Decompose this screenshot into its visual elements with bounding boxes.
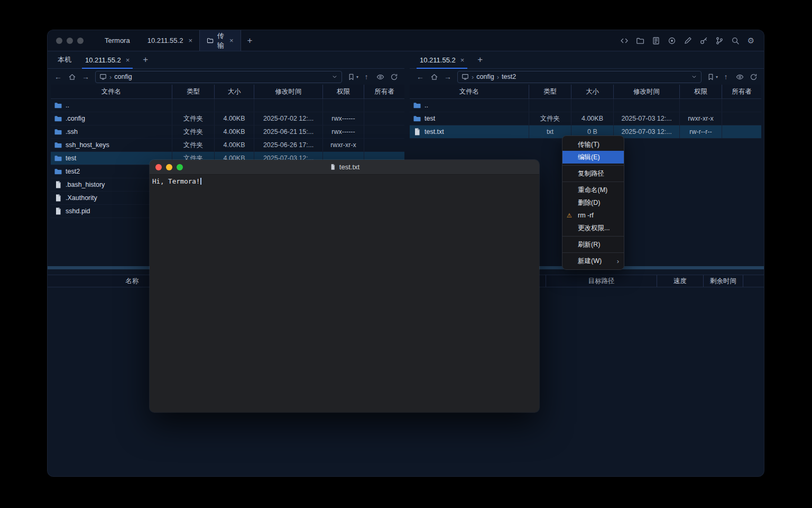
menu-separator xyxy=(562,165,624,166)
edit-icon[interactable] xyxy=(681,34,694,47)
up-directory-icon[interactable]: ↑ xyxy=(719,70,732,83)
transfer-column-header-2[interactable]: 目标路径 xyxy=(546,275,657,287)
transfer-column-header-5[interactable] xyxy=(743,275,764,287)
transfer-column-header-3[interactable]: 速度 xyxy=(657,275,703,287)
column-header-4[interactable]: 权限 xyxy=(679,85,722,98)
menu-item-label: 复制路径 xyxy=(578,169,604,178)
record-icon[interactable] xyxy=(665,34,678,47)
tab-home[interactable]: Termora xyxy=(94,30,137,51)
column-header-5[interactable]: 所有者 xyxy=(722,85,761,98)
menu-item[interactable]: 删除(D) xyxy=(562,196,624,209)
file-perm-cell: rwx------ xyxy=(322,125,364,138)
key-icon[interactable] xyxy=(697,34,710,47)
tab-remote-host[interactable]: 10.211.55.2 × xyxy=(413,51,471,68)
new-pane-tab-button[interactable]: + xyxy=(471,51,489,68)
right-table-header: 文件名类型大小修改时间权限所有者 xyxy=(410,85,761,99)
maximize-window-button[interactable] xyxy=(77,38,84,44)
log-icon[interactable] xyxy=(649,34,662,47)
column-header-1[interactable]: 类型 xyxy=(529,85,571,98)
bookmark-dropdown-icon[interactable]: ▾ xyxy=(356,75,358,79)
close-icon[interactable]: × xyxy=(126,57,130,64)
back-icon[interactable]: ← xyxy=(414,70,427,83)
close-icon[interactable]: × xyxy=(229,37,234,44)
menu-item[interactable]: 复制路径 xyxy=(562,167,624,180)
menu-item[interactable]: 刷新(R) xyxy=(562,238,624,251)
file-row[interactable]: .config文件夹4.00KB2025-07-02 12:...rwx----… xyxy=(51,112,404,125)
close-window-button[interactable] xyxy=(56,38,62,44)
folder-icon[interactable] xyxy=(633,34,647,47)
file-name-cell: test xyxy=(410,112,529,125)
menu-item-label: 新建(W) xyxy=(578,257,602,266)
file-name-cell: .config xyxy=(51,112,172,125)
transfer-column-header-4[interactable]: 剩余时间 xyxy=(703,275,743,287)
document-icon xyxy=(329,164,336,170)
tab-host-10-211-55-2[interactable]: 10.211.55.2 × xyxy=(137,30,199,51)
left-breadcrumb[interactable]: ›config xyxy=(95,71,342,83)
column-header-3[interactable]: 修改时间 xyxy=(254,85,322,98)
show-hidden-eye-icon[interactable] xyxy=(733,70,746,83)
refresh-icon[interactable] xyxy=(747,70,760,83)
tab-remote-host[interactable]: 10.211.55.2 × xyxy=(78,51,136,68)
settings-icon[interactable]: ⚙ xyxy=(744,34,758,47)
home-icon[interactable] xyxy=(428,70,440,83)
menu-item-label: 编辑(E) xyxy=(578,153,600,162)
chevron-down-icon[interactable] xyxy=(691,74,697,80)
column-header-0[interactable]: 文件名 xyxy=(410,85,529,98)
breadcrumb-item[interactable]: test2 xyxy=(502,73,516,80)
menu-separator xyxy=(562,252,624,253)
chevron-down-icon[interactable] xyxy=(331,74,338,80)
file-row[interactable]: .ssh文件夹4.00KB2025-06-21 15:...rwx------ xyxy=(51,125,404,139)
code-icon[interactable] xyxy=(617,34,631,47)
new-pane-tab-button[interactable]: + xyxy=(136,51,154,68)
show-hidden-eye-icon[interactable] xyxy=(374,70,386,83)
back-icon[interactable]: ← xyxy=(52,70,64,83)
breadcrumb-path: ›config›test2 xyxy=(472,73,516,81)
editor-titlebar[interactable]: test.txt xyxy=(150,160,539,175)
new-tab-button[interactable]: + xyxy=(241,30,259,51)
minimize-window-button[interactable] xyxy=(67,38,73,44)
breadcrumb-item[interactable]: config xyxy=(114,73,132,80)
column-header-4[interactable]: 权限 xyxy=(322,85,364,98)
file-size-cell: 4.00KB xyxy=(214,125,254,138)
up-directory-icon[interactable]: ↑ xyxy=(360,70,373,83)
search-icon[interactable] xyxy=(728,34,742,47)
folder-icon xyxy=(54,101,62,110)
right-breadcrumb[interactable]: ›config›test2 xyxy=(457,71,702,83)
breadcrumb-item[interactable]: config xyxy=(476,73,494,80)
file-name: .. xyxy=(425,102,428,109)
tab-local[interactable]: 本机 xyxy=(51,51,78,68)
column-header-3[interactable]: 修改时间 xyxy=(613,85,679,98)
forward-icon[interactable]: → xyxy=(441,70,454,83)
titlebar[interactable]: Termora 10.211.55.2 × 传输 × + ⚙ xyxy=(48,30,764,51)
forward-icon[interactable]: → xyxy=(79,70,92,83)
column-header-5[interactable]: 所有者 xyxy=(364,85,404,98)
tab-transfer[interactable]: 传输 × xyxy=(199,30,241,51)
column-header-0[interactable]: 文件名 xyxy=(51,85,172,98)
branch-icon[interactable] xyxy=(713,34,726,47)
home-icon[interactable] xyxy=(66,70,78,83)
file-row[interactable]: test文件夹4.00KB2025-07-03 12:...rwxr-xr-x xyxy=(410,112,761,125)
editor-content[interactable]: Hi, Termora! xyxy=(150,175,539,188)
refresh-icon[interactable] xyxy=(387,70,400,83)
menu-item[interactable]: 编辑(E) xyxy=(562,151,624,164)
menu-item[interactable]: 重命名(M) xyxy=(562,184,624,196)
file-perm-cell: rwxr-xr-x xyxy=(679,112,722,125)
menu-item[interactable]: ⚠rm -rf xyxy=(562,209,624,222)
bookmark-dropdown-icon[interactable]: ▾ xyxy=(716,75,718,79)
column-header-1[interactable]: 类型 xyxy=(172,85,214,98)
file-name-cell: .. xyxy=(410,99,529,112)
close-icon[interactable]: × xyxy=(460,57,465,64)
crumb-separator: › xyxy=(497,73,499,81)
close-icon[interactable]: × xyxy=(188,37,192,44)
file-perm-cell: rwx------ xyxy=(322,112,364,125)
file-modified-cell: 2025-07-03 12:... xyxy=(613,125,679,138)
column-header-2[interactable]: 大小 xyxy=(214,85,254,98)
menu-item[interactable]: 传输(T) xyxy=(562,138,624,151)
menu-item[interactable]: 更改权限... xyxy=(562,222,624,234)
file-row[interactable]: ssh_host_keys文件夹4.00KB2025-06-26 17:...r… xyxy=(51,139,404,152)
column-header-2[interactable]: 大小 xyxy=(571,85,613,98)
file-row[interactable]: .. xyxy=(51,99,404,112)
menu-item[interactable]: 新建(W)› xyxy=(562,255,624,267)
file-row[interactable]: .. xyxy=(410,99,761,112)
file-name-cell: test.txt xyxy=(410,125,529,138)
